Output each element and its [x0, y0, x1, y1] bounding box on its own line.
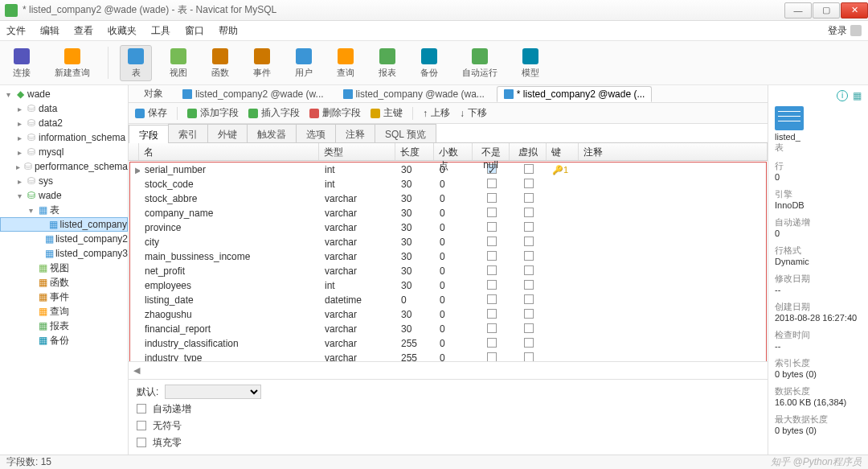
tree-query[interactable]: ▦查询	[0, 304, 128, 319]
field-name[interactable]: serial_number	[140, 164, 320, 175]
field-notnull[interactable]	[473, 265, 510, 278]
field-notnull[interactable]	[473, 193, 510, 205]
content-tab[interactable]: * listed_company2 @wade (...	[497, 86, 653, 102]
field-type[interactable]: int	[320, 179, 396, 190]
field-row[interactable]: main_bussiness_income varchar 30 0	[130, 249, 766, 264]
field-notnull[interactable]	[473, 251, 510, 263]
default-select[interactable]	[165, 385, 261, 399]
twist-icon[interactable]: ▸	[14, 148, 24, 157]
tree-fx[interactable]: ▦函数	[0, 275, 128, 290]
tree-db-information_schema[interactable]: ▸⛁information_schema	[0, 130, 128, 145]
tree-table-listed_company3[interactable]: ▦listed_company3	[0, 246, 128, 261]
grid-header-null[interactable]: 不是 null	[473, 143, 510, 160]
field-notnull[interactable]	[473, 338, 510, 350]
save-button[interactable]: 保存	[135, 106, 167, 120]
tree-report[interactable]: ▦报表	[0, 319, 128, 333]
field-name[interactable]: net_profit	[140, 265, 320, 277]
grid-header-len[interactable]: 长度	[395, 143, 434, 160]
toolbar-table[interactable]: 表	[120, 45, 152, 81]
menu-edit[interactable]: 编辑	[40, 24, 59, 38]
field-name[interactable]: stock_abbre	[140, 193, 320, 204]
field-name[interactable]: city	[140, 237, 320, 248]
grid-header-dec[interactable]: 小数点	[434, 143, 473, 160]
field-name[interactable]: zhaogushu	[140, 309, 320, 320]
field-dec[interactable]: 0	[435, 208, 473, 219]
field-virtual[interactable]	[510, 338, 547, 350]
twist-icon[interactable]: ▸	[14, 163, 23, 171]
grid-toggle-icon[interactable]: ▦	[853, 90, 862, 101]
field-row[interactable]: province varchar 30 0	[130, 220, 766, 235]
field-type[interactable]: int	[320, 280, 396, 291]
tree-table-listed_company2[interactable]: ▦listed_company2	[0, 232, 128, 246]
field-row[interactable]: net_profit varchar 30 0	[130, 264, 766, 278]
field-len[interactable]: 30	[396, 323, 435, 335]
field-virtual[interactable]	[510, 164, 547, 176]
grid-header-key[interactable]: 键	[547, 143, 579, 160]
field-dec[interactable]: 0	[435, 294, 473, 306]
tree-backup[interactable]: ▦备份	[0, 333, 128, 348]
twist-icon[interactable]: ▾	[14, 191, 24, 200]
menu-window[interactable]: 窗口	[185, 24, 204, 38]
info-icon[interactable]: i	[837, 90, 848, 101]
tree-connection[interactable]: ▾◆wade	[0, 87, 128, 101]
field-row[interactable]: industry_classification varchar 255 0	[130, 336, 766, 351]
delete-field-button[interactable]: 删除字段	[309, 106, 361, 120]
toolbar-auto[interactable]: 自动运行	[456, 46, 504, 80]
field-name[interactable]: company_name	[140, 208, 320, 219]
field-virtual[interactable]	[510, 309, 547, 321]
field-notnull[interactable]	[473, 352, 510, 362]
field-virtual[interactable]	[510, 265, 547, 278]
toolbar-backup[interactable]: 备份	[414, 46, 444, 80]
field-virtual[interactable]	[510, 323, 547, 335]
login-button[interactable]: 登录	[828, 24, 862, 38]
subtab-3[interactable]: 触发器	[247, 124, 297, 142]
tree-db-data2[interactable]: ▸⛁data2	[0, 116, 128, 130]
field-len[interactable]: 30	[396, 280, 435, 291]
field-row[interactable]: employees int 30 0	[130, 278, 766, 293]
field-name[interactable]: industry_type	[140, 352, 320, 361]
move-up-button[interactable]: ↑ 上移	[423, 106, 450, 120]
unsigned-checkbox[interactable]	[137, 421, 146, 430]
field-name[interactable]: industry_classification	[140, 338, 320, 349]
twist-icon[interactable]: ▸	[14, 177, 24, 186]
tree-tables[interactable]: ▾▦表	[0, 203, 128, 217]
menu-fav[interactable]: 收藏夹	[108, 24, 137, 38]
fields-grid[interactable]: 名 类型 长度 小数点 不是 null 虚拟 键 注释 ▶ serial_num…	[129, 143, 768, 361]
field-dec[interactable]: 0	[435, 179, 473, 190]
field-type[interactable]: varchar	[320, 338, 396, 349]
grid-header-type[interactable]: 类型	[319, 143, 395, 160]
subtab-4[interactable]: 选项	[296, 124, 336, 142]
tree-table-listed_company[interactable]: ▦listed_company	[0, 217, 128, 232]
field-name[interactable]: listing_date	[140, 294, 320, 306]
grid-header-comment[interactable]: 注释	[579, 143, 768, 160]
subtab-1[interactable]: 索引	[168, 124, 208, 142]
field-row[interactable]: stock_abbre varchar 30 0	[130, 191, 766, 206]
field-row[interactable]: zhaogushu varchar 30 0	[130, 307, 766, 322]
field-dec[interactable]: 0	[435, 251, 473, 262]
field-type[interactable]: varchar	[320, 309, 396, 320]
field-len[interactable]: 30	[396, 251, 435, 262]
field-dec[interactable]: 0	[435, 338, 473, 349]
row-handle[interactable]: ▶	[130, 166, 140, 175]
field-dec[interactable]: 0	[435, 352, 473, 361]
twist-icon[interactable]: ▸	[14, 134, 24, 142]
field-notnull[interactable]	[473, 309, 510, 321]
zerofill-checkbox[interactable]	[137, 438, 146, 447]
move-down-button[interactable]: ↓ 下移	[460, 106, 487, 120]
toolbar-report[interactable]: 报表	[372, 46, 403, 80]
twist-icon[interactable]: ▾	[26, 206, 35, 215]
field-virtual[interactable]	[510, 280, 547, 292]
menu-file[interactable]: 文件	[6, 24, 26, 38]
sidebar-tree[interactable]: ▾◆wade▸⛁data▸⛁data2▸⛁information_schema▸…	[0, 85, 129, 455]
field-dec[interactable]: 0	[435, 265, 473, 277]
field-virtual[interactable]	[510, 251, 547, 263]
field-virtual[interactable]	[510, 222, 547, 234]
subtab-6[interactable]: SQL 预览	[375, 124, 436, 142]
add-field-button[interactable]: 添加字段	[187, 106, 239, 120]
field-len[interactable]: 30	[396, 237, 435, 248]
grid-nav[interactable]: ◀	[129, 361, 768, 379]
toolbar-user[interactable]: 用户	[289, 46, 319, 80]
content-tab[interactable]: listed_company2 @wade (w...	[175, 86, 331, 102]
field-dec[interactable]: 0	[435, 237, 473, 248]
field-len[interactable]: 0	[396, 294, 435, 306]
